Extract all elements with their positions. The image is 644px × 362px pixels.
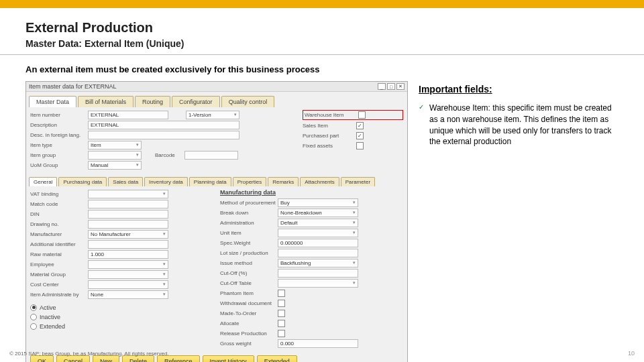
- tab-routing[interactable]: Routing: [135, 96, 170, 107]
- employee-combo[interactable]: [88, 260, 168, 269]
- matchcode-input[interactable]: [88, 200, 168, 208]
- subtab-parameter[interactable]: Parameter: [341, 177, 375, 186]
- subtab-general[interactable]: General: [29, 177, 57, 186]
- din-input[interactable]: [88, 210, 168, 219]
- costcenter-combo[interactable]: [88, 280, 168, 289]
- item-type-combo[interactable]: Item: [88, 141, 142, 149]
- label-phantom: Phantom Item: [220, 290, 278, 296]
- label-manufacturer: Manufacturer: [30, 231, 88, 237]
- tab-bom[interactable]: Bill of Materials: [78, 96, 133, 107]
- drawing-input[interactable]: [88, 220, 168, 229]
- warehouse-item-row: Warehouse Item: [303, 110, 403, 120]
- cutoffpct-input[interactable]: [278, 269, 358, 278]
- tab-quality[interactable]: Quality control: [221, 96, 275, 107]
- subtab-planning[interactable]: Planning data: [189, 177, 231, 186]
- withdrawal-checkbox[interactable]: [278, 300, 285, 307]
- subtab-properties[interactable]: Properties: [233, 177, 266, 186]
- page-subtitle: Master Data: External Item (Unique): [25, 38, 619, 49]
- fixed-assets-checkbox[interactable]: [356, 142, 364, 149]
- bullet-text: Warehouse Item: this specific item must …: [429, 103, 619, 147]
- page-title: External Production: [25, 20, 619, 36]
- uom-group-combo[interactable]: Manual: [88, 161, 142, 170]
- specweight-input[interactable]: 0.000000: [278, 239, 358, 247]
- label-extended: Extended: [40, 323, 65, 330]
- sales-item-checkbox[interactable]: [356, 122, 364, 129]
- item-group-combo[interactable]: [88, 151, 142, 160]
- label-description: Description: [30, 122, 88, 128]
- label-drawing: Drawing no.: [30, 221, 88, 227]
- description-input[interactable]: EXTERNAL: [88, 121, 239, 129]
- radio-extended[interactable]: [30, 323, 37, 330]
- label-inactive: Inactive: [40, 314, 60, 320]
- label-employee: Employee: [30, 261, 88, 267]
- lotsize-input[interactable]: [278, 249, 358, 257]
- close-button[interactable]: ✕: [396, 83, 405, 90]
- unititem-combo[interactable]: [278, 229, 358, 237]
- intro-text: An external item must be created exclusi…: [0, 55, 644, 81]
- cutofftable-combo[interactable]: [278, 279, 358, 288]
- radio-active[interactable]: [30, 304, 37, 311]
- item-number-input[interactable]: EXTERNAL: [88, 111, 168, 119]
- label-vat: VAT binding: [30, 191, 88, 197]
- label-issuemethod: Issue method: [220, 260, 278, 266]
- window-titlebar: Item master data for EXTERNAL _ □ ✕: [26, 82, 407, 92]
- manufacturer-combo[interactable]: No Manufacturer: [88, 230, 168, 239]
- mto-checkbox[interactable]: [278, 310, 285, 317]
- radio-inactive[interactable]: [30, 314, 37, 320]
- label-fixed-assets: Fixed assets: [303, 143, 356, 149]
- page-number: 10: [628, 350, 635, 357]
- version-combo[interactable]: 1-Version: [186, 111, 239, 119]
- accent-bar: [0, 0, 644, 8]
- tab-master-data[interactable]: Master Data: [29, 96, 76, 107]
- purchased-part-checkbox[interactable]: [356, 132, 364, 139]
- label-item-type: Item type: [30, 142, 88, 148]
- label-raw: Raw material: [30, 251, 88, 257]
- warehouse-item-checkbox[interactable]: [358, 111, 366, 119]
- notes-heading: Important fields:: [419, 84, 619, 95]
- label-release: Release Production: [220, 330, 278, 337]
- label-costcenter: Cost Center: [30, 282, 88, 288]
- breakdown-combo[interactable]: None-Breakdown: [278, 208, 358, 217]
- subtab-inventory[interactable]: Inventory data: [144, 177, 188, 186]
- label-barcode: Barcode: [155, 152, 184, 158]
- desc-foreign-input[interactable]: [88, 131, 239, 139]
- notes-panel: Important fields: ✓ Warehouse Item: this…: [419, 81, 619, 362]
- itemadmin-combo[interactable]: None: [88, 290, 168, 299]
- raw-input[interactable]: 1.000: [88, 250, 168, 259]
- label-procurement: Method of procurement: [220, 200, 278, 206]
- label-withdrawal: Withdrawal document: [220, 300, 278, 306]
- subtab-sales[interactable]: Sales data: [108, 177, 143, 186]
- label-lotsize: Lot size / production: [220, 250, 278, 256]
- footer: © 2015 SAP; beas Group, be.as Manufactur…: [0, 345, 644, 362]
- procurement-combo[interactable]: Buy: [278, 198, 358, 207]
- minimize-button[interactable]: _: [378, 83, 386, 90]
- matgroup-combo[interactable]: [88, 270, 168, 279]
- label-item-group: Item group: [30, 152, 88, 158]
- manufacturing-title: Manufacturing data: [220, 189, 403, 196]
- maximize-button[interactable]: □: [387, 83, 395, 90]
- label-addid: Additional identifier: [30, 241, 88, 247]
- label-active: Active: [40, 304, 56, 311]
- label-matchcode: Match code: [30, 201, 88, 207]
- check-icon: ✓: [419, 103, 424, 147]
- phantom-checkbox[interactable]: [278, 290, 285, 297]
- allocate-checkbox[interactable]: [278, 320, 285, 327]
- vat-combo[interactable]: [88, 190, 168, 198]
- label-cutoffpct: Cut-Off (%): [220, 270, 278, 276]
- issuemethod-combo[interactable]: Backflushing: [278, 259, 358, 267]
- tab-configurator[interactable]: Configurator: [172, 96, 220, 107]
- subtab-purchasing[interactable]: Purchasing data: [58, 177, 107, 186]
- release-checkbox[interactable]: [278, 330, 285, 337]
- label-warehouse-item: Warehouse Item: [305, 112, 358, 118]
- label-specweight: Spec.Weight: [220, 240, 278, 246]
- subtab-attachments[interactable]: Attachments: [300, 177, 339, 186]
- copyright: © 2015 SAP; beas Group, be.as Manufactur…: [9, 351, 169, 357]
- addid-input[interactable]: [88, 240, 168, 249]
- admin-combo[interactable]: Default: [278, 219, 358, 227]
- subtab-remarks[interactable]: Remarks: [268, 177, 299, 186]
- label-allocate: Allocate: [220, 320, 278, 326]
- label-sales-item: Sales Item: [303, 123, 356, 129]
- label-cutofftable: Cut-Off Table: [220, 280, 278, 286]
- label-purchased-part: Purchased part: [303, 133, 356, 139]
- barcode-input[interactable]: [184, 151, 238, 160]
